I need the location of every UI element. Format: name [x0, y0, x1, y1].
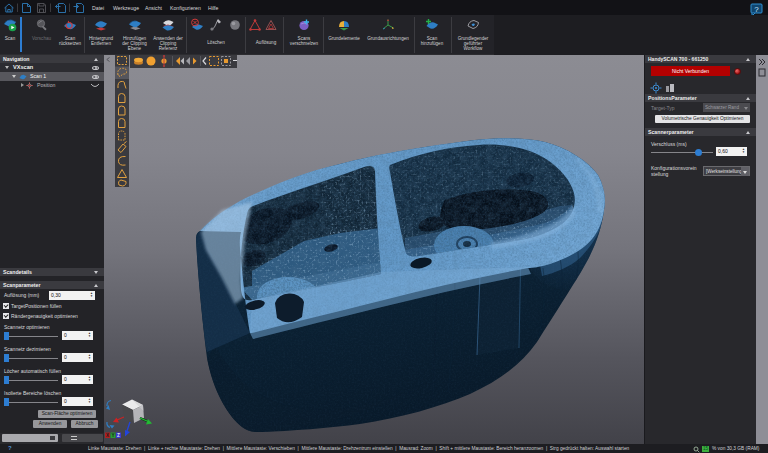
svg-text:?: ?: [754, 5, 759, 14]
svg-text:Y: Y: [111, 433, 114, 438]
svg-text:Z: Z: [117, 433, 120, 438]
